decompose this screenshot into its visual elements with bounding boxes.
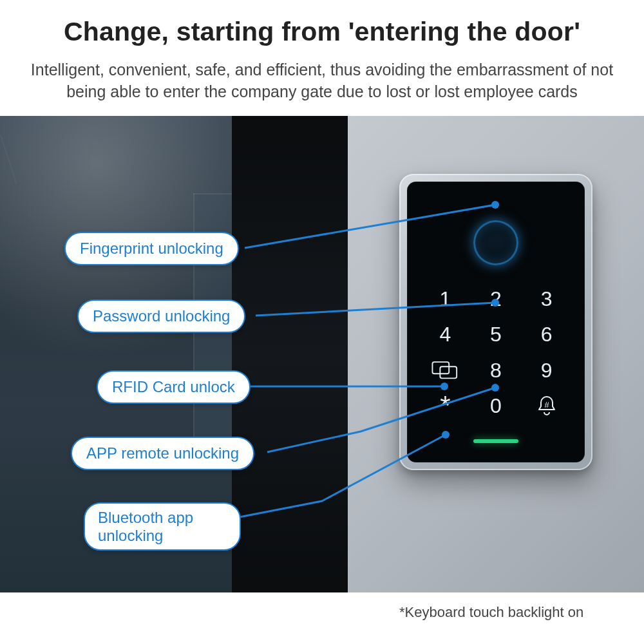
callout-rfid: RFID Card unlock <box>97 370 251 404</box>
key-8[interactable]: 8 <box>471 353 522 388</box>
key-0[interactable]: 0 <box>471 388 522 424</box>
callout-fingerprint: Fingerprint unlocking <box>64 232 239 265</box>
key-9[interactable]: 9 <box>521 353 572 388</box>
status-led-icon <box>473 439 518 443</box>
key-hash-bell-icon[interactable]: # <box>521 388 572 424</box>
promo-canvas: Change, starting from 'entering the door… <box>0 0 644 644</box>
key-4[interactable]: 4 <box>420 317 471 352</box>
key-6[interactable]: 6 <box>521 317 572 352</box>
key-2[interactable]: 2 <box>471 281 522 317</box>
device-face: 1 2 3 4 5 6 8 9 * 0 <box>407 182 585 462</box>
key-star[interactable]: * <box>420 388 471 424</box>
door-panel <box>232 116 348 592</box>
key-1[interactable]: 1 <box>420 281 471 317</box>
svg-text:#: # <box>544 400 549 410</box>
callout-app: APP remote unlocking <box>71 437 254 470</box>
access-control-device: 1 2 3 4 5 6 8 9 * 0 <box>399 174 592 470</box>
key-3[interactable]: 3 <box>521 281 572 317</box>
callout-bluetooth: Bluetooth app unlocking <box>84 502 241 551</box>
rfid-card-icon[interactable] <box>420 353 471 388</box>
page-subtitle: Intelligent, convenient, safe, and effic… <box>26 59 618 103</box>
key-5[interactable]: 5 <box>471 317 522 352</box>
fingerprint-sensor-icon <box>473 220 518 265</box>
page-title: Change, starting from 'entering the door… <box>0 17 644 47</box>
keypad: 1 2 3 4 5 6 8 9 * 0 <box>420 281 572 424</box>
backlight-note: *Keyboard touch backlight on <box>399 604 583 621</box>
callout-password: Password unlocking <box>77 299 245 333</box>
